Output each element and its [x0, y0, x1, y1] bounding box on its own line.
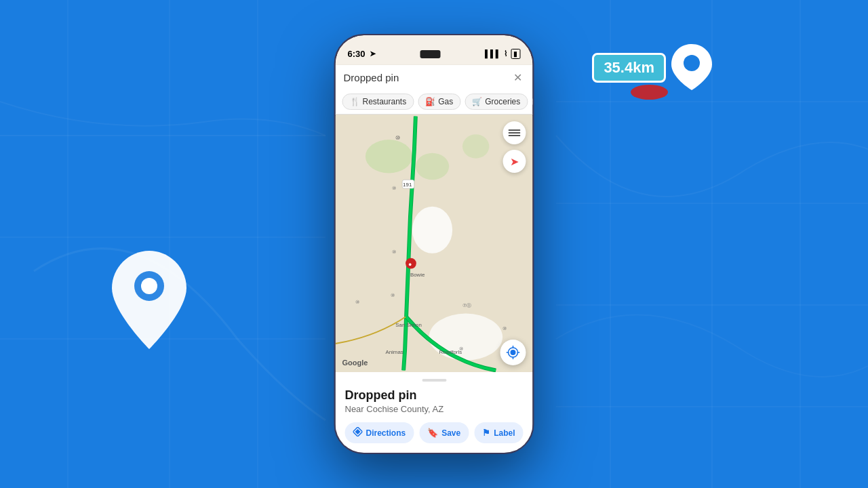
chip-gas-label: Gas	[438, 97, 453, 106]
location-title: Dropped pin	[345, 388, 524, 403]
notch	[420, 50, 440, 58]
close-button[interactable]: ✕	[511, 70, 525, 84]
gas-icon: ⛽	[425, 97, 435, 106]
restaurants-icon: 🍴	[350, 97, 360, 106]
svg-text:San Simon: San Simon	[395, 322, 422, 328]
location-arrow: ➤	[370, 49, 376, 58]
drag-handle	[422, 379, 446, 382]
directions-button[interactable]: Directions	[345, 422, 414, 443]
phone-frame: 6:30 ➤ ▌▌▌ ⌇ ▮ Dropped pin ✕ 🍴 Restauran…	[334, 34, 534, 454]
directions-icon	[353, 427, 363, 439]
svg-point-17	[366, 140, 412, 173]
wifi-icon: ⌇	[504, 49, 507, 58]
my-location-button[interactable]	[500, 340, 526, 365]
distance-value: 35.4km	[592, 53, 666, 83]
svg-point-20	[412, 207, 452, 253]
chip-groceries-label: Groceries	[485, 97, 520, 106]
large-location-pin-left	[105, 251, 193, 352]
svg-text:Bowie: Bowie	[410, 272, 425, 278]
label-icon: ⚑	[482, 428, 490, 438]
bottom-panel: Dropped pin Near Cochise County, AZ Dire…	[336, 372, 533, 449]
filter-chips: 🍴 Restaurants ⛽ Gas 🛒 Groceries ☕ Coffee	[336, 89, 533, 115]
action-buttons: Directions 🔖 Save ⚑ Label	[345, 422, 524, 443]
chip-groceries[interactable]: 🛒 Groceries	[465, 94, 528, 110]
svg-text:●: ●	[408, 261, 412, 268]
layers-button[interactable]	[503, 121, 526, 144]
svg-text:⑩: ⑩	[392, 186, 396, 190]
svg-text:⑩: ⑩	[502, 326, 507, 331]
svg-point-18	[416, 153, 449, 180]
chip-restaurants[interactable]: 🍴 Restaurants	[342, 94, 414, 110]
label-button[interactable]: ⚑ Label	[474, 422, 523, 443]
signal-icon: ▌▌▌	[485, 49, 500, 58]
chip-restaurants-label: Restaurants	[363, 97, 407, 106]
status-bar: 6:30 ➤ ▌▌▌ ⌇ ▮	[336, 35, 533, 65]
svg-text:191: 191	[403, 182, 412, 188]
svg-text:⑩: ⑩	[391, 293, 395, 298]
save-button[interactable]: 🔖 Save	[419, 422, 469, 443]
svg-point-14	[141, 278, 157, 294]
search-bar[interactable]: Dropped pin ✕	[336, 65, 533, 89]
svg-point-41	[511, 350, 516, 355]
search-text: Dropped pin	[344, 72, 399, 83]
svg-text:⑦⓪: ⑦⓪	[462, 303, 471, 308]
google-logo: Google	[342, 359, 368, 367]
svg-text:⑩: ⑩	[392, 249, 396, 254]
status-time: 6:30 ➤	[348, 49, 376, 59]
map-area[interactable]: ⑩ ⑩ ⑩ ⑩ 191 Bowie San Simon Roadforls An…	[336, 115, 533, 372]
svg-rect-38	[509, 135, 521, 136]
chip-gas[interactable]: ⛽ Gas	[418, 94, 460, 110]
svg-text:Animas: Animas	[385, 349, 403, 355]
map-controls: ➤	[503, 121, 526, 173]
save-icon: 🔖	[427, 428, 438, 438]
distance-pin-icon	[671, 44, 712, 92]
time-display: 6:30	[348, 49, 366, 59]
svg-text:⑩: ⑩	[355, 300, 359, 304]
compass-button[interactable]: ➤	[503, 150, 526, 173]
home-bar	[336, 449, 533, 454]
svg-point-15	[684, 55, 700, 71]
groceries-icon: 🛒	[472, 97, 482, 106]
directions-label: Directions	[366, 428, 406, 438]
location-subtitle: Near Cochise County, AZ	[345, 404, 524, 414]
label-label: Label	[494, 428, 515, 438]
red-oval-marker	[631, 85, 668, 100]
save-label: Save	[441, 428, 460, 438]
svg-marker-48	[355, 429, 361, 434]
svg-point-19	[462, 134, 489, 159]
battery-icon: ▮	[511, 49, 520, 59]
chip-coffee[interactable]: ☕ Coffee	[532, 94, 532, 110]
svg-rect-40	[509, 129, 521, 131]
svg-rect-39	[509, 132, 521, 134]
status-icons: ▌▌▌ ⌇ ▮	[485, 49, 520, 59]
svg-text:⑩: ⑩	[459, 346, 463, 351]
svg-text:⑩: ⑩	[395, 135, 400, 141]
